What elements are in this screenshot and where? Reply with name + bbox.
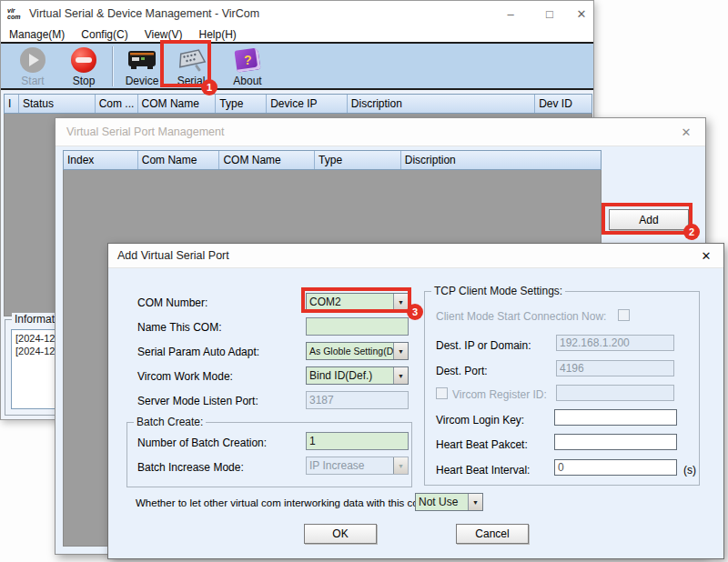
highlight-box-add <box>602 203 693 235</box>
window-title: Virtual Serial & Device Management - Vir… <box>29 7 259 20</box>
batch-create-label: Batch Create: <box>134 416 206 428</box>
menu-help[interactable]: Help(H) <box>191 28 245 41</box>
heart-packet-label: Heart Beat Pakcet: <box>436 438 528 451</box>
interworking-label: Whether to let other virtual com interwo… <box>136 497 430 508</box>
batch-count-input[interactable] <box>306 432 409 450</box>
column-header-type[interactable]: Type <box>315 151 401 169</box>
maximize-button[interactable]: □ <box>534 1 565 26</box>
step-2-number: 2 <box>689 226 694 237</box>
column-header-i[interactable]: I <box>5 95 19 113</box>
minimize-icon: – <box>507 7 513 21</box>
step-1-number: 1 <box>207 82 212 93</box>
vsp-dialog-title: Virtual Serial Port Management <box>66 125 224 138</box>
step-3-badge: 3 <box>407 304 423 320</box>
close-icon: ✕ <box>577 7 587 21</box>
device-button[interactable]: Device <box>119 45 165 87</box>
interworking-value: Not Use <box>416 496 468 508</box>
add-dialog-title-bar: Add Virtual Serial Port <box>108 244 723 268</box>
about-label: About <box>233 75 261 87</box>
toolbar: Start Stop Device <box>1 42 593 90</box>
start-button: Start <box>10 45 56 87</box>
ok-button[interactable]: OK <box>304 524 377 544</box>
dropdown-arrow-icon: ▼ <box>393 457 408 474</box>
work-mode-select[interactable]: Bind ID(Def.) ▼ <box>306 366 409 385</box>
logo-text-bottom: com <box>7 14 24 20</box>
menu-config[interactable]: Config(C) <box>73 28 136 41</box>
screen: vir com Virtual Serial & Device Manageme… <box>0 0 728 562</box>
dest-port-label: Dest. Port: <box>436 365 488 377</box>
heart-interval-label: Heart Beat Interval: <box>436 464 530 477</box>
column-header-com-name2[interactable]: COM Name <box>219 151 315 169</box>
add-dialog-close-button[interactable]: ✕ <box>693 244 720 268</box>
vsp-dialog-title-bar: Virtual Serial Port Management <box>56 118 705 146</box>
dest-port-input <box>556 360 674 376</box>
minimize-button[interactable]: – <box>495 1 526 26</box>
menu-view[interactable]: View(V) <box>136 28 191 41</box>
seconds-suffix: (s) <box>683 464 696 477</box>
stop-button[interactable]: Stop <box>61 45 106 87</box>
add-vsp-dialog: Add Virtual Serial Port ✕ COM Number: CO… <box>107 243 724 559</box>
column-header-device-ip[interactable]: Device IP <box>267 95 348 113</box>
column-header-discription[interactable]: Discription <box>401 151 601 169</box>
serial-param-select[interactable]: As Globle Setting(Def.) ▼ <box>306 342 409 360</box>
step-2-badge: 2 <box>683 224 700 240</box>
dest-ip-label: Dest. IP or Domain: <box>436 339 531 352</box>
login-key-input[interactable] <box>554 409 677 426</box>
step-3-number: 3 <box>412 306 418 317</box>
interworking-select[interactable]: Not Use ▼ <box>415 493 483 511</box>
tcp-client-label: TCP Client Mode Settings: <box>431 285 565 297</box>
vsp-dialog-close-button[interactable]: ✕ <box>672 118 700 146</box>
vsp-table-header: Index Com Name COM Name Type Discription <box>63 150 602 170</box>
device-table-header: I Status Com ... COM Name Type Device IP… <box>4 94 592 114</box>
stop-icon <box>71 47 96 73</box>
com-number-label: COM Number: <box>137 296 207 309</box>
heart-packet-input[interactable] <box>554 434 677 450</box>
close-icon: ✕ <box>702 249 712 263</box>
client-start-label: Client Mode Start Connection Now: <box>436 310 606 323</box>
batch-increase-label: Batch Increase Mode: <box>137 461 244 474</box>
column-header-dev-id[interactable]: Dev ID <box>535 95 592 113</box>
heart-interval-input[interactable] <box>554 459 677 476</box>
register-id-checkbox <box>436 387 448 399</box>
menu-bar: Manage(M) Config(C) View(V) Help(H) <box>1 26 593 42</box>
dropdown-arrow-icon[interactable]: ▼ <box>393 343 408 359</box>
vircom-logo-icon: vir com <box>7 6 24 21</box>
column-header-com-name[interactable]: Com Name <box>138 151 220 169</box>
column-header-index[interactable]: Index <box>64 151 138 169</box>
listen-port-input <box>306 391 409 409</box>
start-icon <box>20 47 46 73</box>
name-this-com-input[interactable] <box>306 317 409 336</box>
name-this-com-label: Name This COM: <box>137 321 221 334</box>
login-key-label: Vircom Login Key: <box>436 414 524 427</box>
register-id-label: Vircom Register ID: <box>452 388 547 401</box>
serial-param-label: Serial Param Auto Adapt: <box>137 346 259 358</box>
client-start-checkbox <box>618 309 630 321</box>
batch-count-label: Number of Batch Creation: <box>137 437 267 449</box>
register-id-input <box>556 385 674 401</box>
column-header-discription[interactable]: Discription <box>348 95 535 113</box>
highlight-box-com-number <box>301 287 411 313</box>
serial-param-value: As Globle Setting(Def.) <box>307 346 393 356</box>
batch-increase-select: IP Increase ▼ <box>306 457 409 475</box>
dropdown-arrow-icon[interactable]: ▼ <box>468 494 482 510</box>
column-header-status[interactable]: Status <box>19 95 96 113</box>
start-label: Start <box>21 75 44 87</box>
menu-manage[interactable]: Manage(M) <box>1 28 73 41</box>
about-icon: ? <box>234 47 260 72</box>
batch-increase-value: IP Increase <box>307 459 393 472</box>
stop-label: Stop <box>73 75 96 87</box>
add-dialog-title: Add Virtual Serial Port <box>117 249 229 262</box>
question-glyph: ? <box>244 53 252 67</box>
device-label: Device <box>126 75 159 87</box>
column-header-com[interactable]: Com ... <box>96 95 138 113</box>
close-button[interactable]: ✕ <box>566 1 597 26</box>
cancel-button[interactable]: Cancel <box>456 524 529 544</box>
close-icon: ✕ <box>682 125 692 139</box>
about-button[interactable]: ? About <box>225 45 270 87</box>
work-mode-label: Vircom Work Mode: <box>137 370 233 383</box>
column-header-com-name[interactable]: COM Name <box>138 95 217 113</box>
maximize-icon: □ <box>546 7 553 21</box>
logo-text-top: vir <box>7 7 24 14</box>
column-header-type[interactable]: Type <box>216 95 267 113</box>
dropdown-arrow-icon[interactable]: ▼ <box>393 367 408 384</box>
